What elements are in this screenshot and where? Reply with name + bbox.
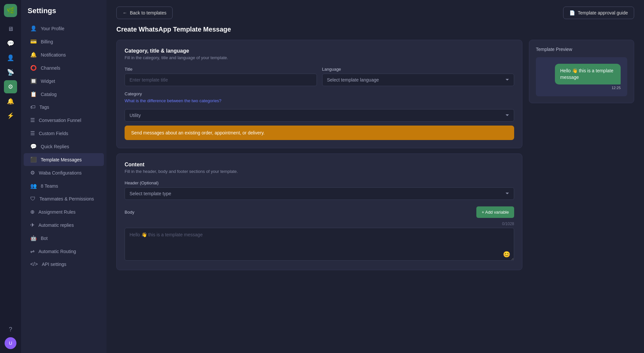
- sidebar-item-automatic-routing[interactable]: ⇌ Automatic Routing: [24, 245, 104, 258]
- body-label: Body: [125, 210, 134, 215]
- sidebar-item-custom-fields[interactable]: ☰ Custom Fields: [24, 127, 104, 140]
- preview-bubble-wrap: Hello 👋 this is a template message 12:25: [536, 57, 627, 96]
- emoji-button[interactable]: 😊: [503, 251, 510, 258]
- broadcast-icon[interactable]: 📡: [4, 66, 17, 79]
- sidebar-item-label: Template Messages: [41, 157, 82, 162]
- category-difference-link[interactable]: What is the difference between the two c…: [125, 98, 514, 103]
- sidebar-item-teams[interactable]: 👥 8 Teams: [24, 179, 104, 192]
- template-preview-card: Template Preview Hello 👋 this is a templ…: [529, 40, 634, 103]
- language-select[interactable]: Select template language English Spanish…: [322, 74, 514, 86]
- page-title: Create WhatsApp Template Message: [116, 26, 634, 33]
- sidebar-item-label: Billing: [41, 39, 53, 44]
- assignment-icon: ⊕: [30, 209, 35, 215]
- body-textarea[interactable]: [125, 228, 514, 261]
- widget-icon: 🔲: [30, 78, 37, 84]
- add-variable-button[interactable]: + Add variable: [476, 206, 514, 218]
- title-input[interactable]: [125, 74, 317, 86]
- category-group: Category What is the difference between …: [125, 91, 514, 122]
- quick-replies-icon: 💬: [30, 143, 37, 150]
- body-textarea-wrap: 😊: [125, 228, 514, 262]
- sidebar-item-waba-configurations[interactable]: ⚙ Waba Configurations: [24, 166, 104, 179]
- category-card-title: Category, title & language: [125, 48, 514, 54]
- sidebar-item-label: 8 Teams: [41, 183, 58, 189]
- sidebar-item-widget[interactable]: 🔲 Widget: [24, 75, 104, 87]
- sidebar-item-label: Assignment Rules: [38, 209, 76, 215]
- sidebar-item-tags[interactable]: 🏷 Tags: [24, 101, 104, 113]
- channels-icon: ⭕: [30, 65, 37, 71]
- header-group: Header (Optional) Select template type T…: [125, 180, 514, 200]
- header-label: Header (Optional): [125, 180, 514, 185]
- sidebar-item-label: Widget: [41, 79, 55, 84]
- preview-title: Template Preview: [536, 47, 627, 52]
- template-icon: ⬛: [30, 156, 37, 163]
- monitor-icon[interactable]: 🖥: [4, 22, 17, 35]
- sidebar-item-label: Automatic Routing: [38, 249, 76, 254]
- content-card: Content Fill in the header, body and foo…: [116, 153, 522, 270]
- sidebar-item-conversation-funnel[interactable]: ☰ Conversation Funnel: [24, 114, 104, 127]
- lightning-icon[interactable]: ⚡: [4, 109, 17, 122]
- notifications-icon: 🔔: [30, 52, 37, 58]
- sidebar-item-label: Channels: [41, 65, 60, 71]
- funnel-icon: ☰: [30, 117, 35, 123]
- sidebar-item-label: Catalog: [41, 92, 57, 97]
- settings-title: Settings: [21, 7, 107, 22]
- document-icon: 📄: [569, 10, 575, 15]
- chat-icon[interactable]: 💬: [4, 37, 17, 50]
- tags-icon: 🏷: [30, 104, 36, 110]
- sidebar-item-notifications[interactable]: 🔔 Notifications: [24, 48, 104, 61]
- sidebar-item-bot[interactable]: 🤖 Bot: [24, 232, 104, 245]
- teams-icon: 👥: [30, 183, 37, 189]
- char-count: 0/1028: [502, 222, 514, 226]
- icon-sidebar: 🌿 🖥 💬 👤 📡 ⚙ 🔔 ⚡ ? U: [0, 0, 21, 353]
- sidebar-item-assignment-rules[interactable]: ⊕ Assignment Rules: [24, 205, 104, 218]
- sidebar-item-label: Bot: [41, 236, 48, 241]
- main-content: ← Back to templates 📄 Template approval …: [107, 0, 644, 353]
- title-language-row: Title Language Select template language …: [125, 67, 514, 86]
- sidebar-item-api-settings[interactable]: </> API settings: [24, 258, 104, 271]
- body-header-row: Body + Add variable: [125, 206, 514, 218]
- sidebar-item-channels[interactable]: ⭕ Channels: [24, 61, 104, 74]
- sidebar-item-catalog[interactable]: 📋 Catalog: [24, 88, 104, 101]
- back-to-templates-button[interactable]: ← Back to templates: [116, 7, 173, 19]
- sidebar-item-label: Notifications: [41, 52, 66, 58]
- sidebar-item-your-profile[interactable]: 👤 Your Profile: [24, 22, 104, 35]
- preview-column: Template Preview Hello 👋 this is a templ…: [529, 40, 634, 103]
- billing-icon: 💳: [30, 38, 37, 45]
- custom-fields-icon: ☰: [30, 130, 35, 136]
- sidebar-item-label: Custom Fields: [39, 131, 68, 136]
- nav-sidebar: Settings 👤 Your Profile 💳 Billing 🔔 Noti…: [21, 0, 107, 353]
- contacts-icon[interactable]: 👤: [4, 51, 17, 64]
- sidebar-item-label: Tags: [39, 105, 49, 110]
- form-column: Category, title & language Fill in the c…: [116, 40, 522, 270]
- app-logo: 🌿: [4, 4, 17, 17]
- sidebar-item-label: Quick Replies: [41, 144, 69, 149]
- header-row: ← Back to templates 📄 Template approval …: [116, 7, 634, 19]
- category-select[interactable]: Utility Marketing: [125, 109, 514, 122]
- sidebar-item-teammates-permissions[interactable]: 🛡 Teammates & Permissions: [24, 193, 104, 205]
- title-label: Title: [125, 67, 317, 72]
- waba-icon: ⚙: [30, 170, 35, 176]
- sidebar-item-label: API settings: [42, 262, 66, 267]
- preview-message-bubble: Hello 👋 this is a template message 12:25: [555, 64, 621, 90]
- sidebar-item-quick-replies[interactable]: 💬 Quick Replies: [24, 140, 104, 153]
- sidebar-item-billing[interactable]: 💳 Billing: [24, 35, 104, 48]
- preview-bubble: Hello 👋 this is a template message: [555, 64, 621, 84]
- help-icon[interactable]: ?: [4, 323, 17, 336]
- back-button-label: Back to templates: [130, 10, 166, 15]
- sidebar-item-template-messages[interactable]: ⬛ Template Messages: [24, 153, 104, 166]
- sidebar-item-automatic-replies[interactable]: ✈ Automatic replies: [24, 219, 104, 231]
- preview-time: 12:25: [555, 86, 621, 90]
- header-type-select[interactable]: Select template type Text Image Video Do…: [125, 187, 514, 200]
- template-approval-guide-button[interactable]: 📄 Template approval guide: [563, 7, 634, 19]
- sidebar-item-label: Conversation Funnel: [39, 118, 81, 123]
- auto-replies-icon: ✈: [30, 222, 35, 228]
- user-avatar[interactable]: U: [5, 337, 16, 349]
- language-group: Language Select template language Englis…: [322, 67, 514, 86]
- sidebar-item-label: Waba Configurations: [39, 170, 82, 176]
- api-icon: </>: [30, 261, 38, 267]
- bell-icon[interactable]: 🔔: [4, 95, 17, 108]
- category-language-card: Category, title & language Fill in the c…: [116, 40, 522, 148]
- settings-icon[interactable]: ⚙: [4, 80, 17, 93]
- guide-button-label: Template approval guide: [578, 10, 628, 15]
- category-card-desc: Fill in the category, title and language…: [125, 55, 514, 60]
